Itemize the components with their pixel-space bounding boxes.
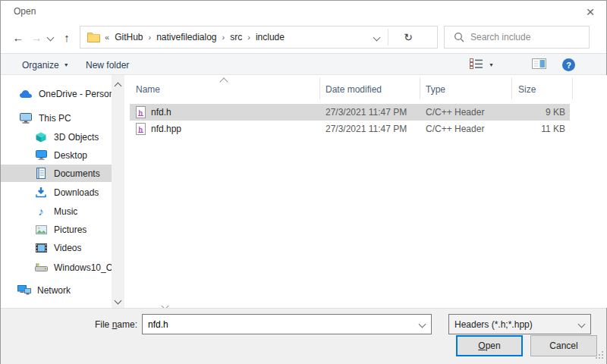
file-name: nfd.h <box>151 107 171 118</box>
breadcrumb-separator: › <box>148 33 151 42</box>
pictures-icon <box>34 225 48 234</box>
column-header-size[interactable]: Size <box>511 77 572 99</box>
preview-pane-button[interactable] <box>532 54 546 76</box>
sidebar-item-pictures[interactable]: Pictures <box>1 221 112 238</box>
sidebar-scrollbar[interactable] <box>112 75 124 308</box>
breadcrumb-segment[interactable]: GitHub <box>115 32 143 42</box>
help-icon: ? <box>562 58 575 71</box>
scroll-down-icon[interactable] <box>115 295 121 306</box>
forward-icon: → <box>31 31 42 44</box>
refresh-icon: ↻ <box>404 31 413 43</box>
column-separator[interactable] <box>511 77 512 99</box>
cancel-button[interactable]: Cancel <box>530 335 597 356</box>
search-box[interactable] <box>444 26 590 49</box>
file-type-value: Headers (*.h;*.hpp) <box>449 319 533 330</box>
sidebar-item-music[interactable]: ♪ Music <box>1 202 112 220</box>
breadcrumb-segment[interactable]: src <box>230 32 242 42</box>
3d-cube-icon <box>34 132 48 143</box>
file-name-input[interactable] <box>143 315 431 334</box>
music-note-icon: ♪ <box>34 205 48 218</box>
column-header-label: Name <box>136 84 160 95</box>
sidebar-item-documents[interactable]: Documents <box>1 165 112 182</box>
svg-text:h: h <box>138 126 143 133</box>
cpp-header-file-icon: h <box>136 123 146 137</box>
open-dialog-window: Open × ← → ↑ « GitHub › nativefiledialog… <box>0 0 607 364</box>
chevron-down-icon <box>46 33 54 41</box>
column-separator[interactable] <box>420 77 420 99</box>
views-button[interactable]: ▼ <box>470 54 494 76</box>
column-header-name[interactable]: Name <box>130 77 319 99</box>
organize-button[interactable]: Organize ▼ <box>22 54 69 76</box>
breadcrumb-overflow[interactable]: « <box>105 33 109 42</box>
navigation-pane: OneDrive - Personal This PC 3D Objects D… <box>1 75 112 308</box>
back-icon: ← <box>13 31 24 44</box>
file-date: 27/3/2021 11:47 PM <box>326 107 407 118</box>
address-dropdown-button[interactable] <box>366 27 387 48</box>
details-view-icon <box>470 58 483 71</box>
cancel-label: Cancel <box>549 340 577 351</box>
file-name-combobox[interactable] <box>142 314 432 334</box>
breadcrumb-segment[interactable]: include <box>256 32 285 42</box>
sidebar-item-windows10-os[interactable]: Windows10_OS (C:) <box>1 259 112 276</box>
file-type: C/C++ Header <box>426 124 484 134</box>
sidebar-item-3d-objects[interactable]: 3D Objects <box>1 128 112 146</box>
sidebar-item-videos[interactable]: Videos <box>1 239 112 256</box>
cpp-header-file-icon: h <box>136 106 146 121</box>
file-name-dropdown-button[interactable] <box>413 315 431 334</box>
sidebar-item-label: OneDrive - Personal <box>39 89 112 99</box>
help-button[interactable]: ? <box>562 54 575 76</box>
sidebar-item-label: Network <box>37 285 71 296</box>
file-type-dropdown[interactable]: Headers (*.h;*.hpp) <box>448 314 591 334</box>
column-header-date-modified[interactable]: Date modified <box>319 77 420 99</box>
up-button[interactable]: ↑ <box>58 28 75 46</box>
sidebar-item-label: Music <box>54 206 77 217</box>
back-button[interactable]: ← <box>10 28 27 46</box>
close-icon: × <box>586 4 594 20</box>
videos-icon <box>34 243 48 253</box>
sidebar-item-onedrive[interactable]: OneDrive - Personal <box>1 85 112 102</box>
sidebar-item-label: Pictures <box>54 224 86 235</box>
breadcrumb-segment[interactable]: nativefiledialog <box>156 32 216 42</box>
close-button[interactable]: × <box>580 2 600 22</box>
file-type-dropdown-button[interactable] <box>572 315 590 334</box>
svg-text:h: h <box>138 109 143 117</box>
footer-bar: File name: Headers (*.h;*.hpp) Open Canc… <box>1 308 606 364</box>
address-divider <box>388 29 388 46</box>
new-folder-label: New folder <box>86 60 129 71</box>
preview-pane-icon <box>532 58 546 71</box>
sidebar-item-desktop[interactable]: Desktop <box>1 146 112 164</box>
address-bar[interactable]: « GitHub › nativefiledialog › src › incl… <box>80 26 438 49</box>
breadcrumb-separator: › <box>222 33 225 42</box>
sidebar-item-label: This PC <box>39 113 71 124</box>
recent-locations-button[interactable] <box>45 28 55 46</box>
chevron-down-icon <box>418 321 426 328</box>
forward-button[interactable]: → <box>28 28 45 46</box>
refresh-button[interactable]: ↻ <box>393 27 423 48</box>
column-header-label: Type <box>426 84 445 95</box>
sidebar-item-label: Windows10_OS (C:) <box>54 262 112 273</box>
downloads-icon <box>34 187 48 198</box>
sidebar-item-downloads[interactable]: Downloads <box>1 184 112 201</box>
column-separator[interactable] <box>572 77 573 99</box>
organize-label: Organize <box>22 60 59 71</box>
file-row-nfd-hpp[interactable]: h nfd.hpp 27/3/2021 11:47 PM C/C++ Heade… <box>130 121 570 137</box>
search-input[interactable] <box>469 31 578 43</box>
file-size: 11 KB <box>509 124 565 134</box>
title-bar[interactable]: Open × <box>1 1 606 24</box>
sidebar-item-label: Desktop <box>54 150 87 161</box>
new-folder-button[interactable]: New folder <box>86 54 129 76</box>
column-header-type[interactable]: Type <box>420 77 511 99</box>
column-separator[interactable] <box>319 77 320 99</box>
file-type: C/C++ Header <box>426 107 484 118</box>
sidebar-item-this-pc[interactable]: This PC <box>1 109 112 127</box>
scroll-up-icon[interactable] <box>115 80 121 91</box>
open-button[interactable]: Open <box>456 335 523 356</box>
file-row-nfd-h[interactable]: h nfd.h 27/3/2021 11:47 PM C/C++ Header … <box>130 104 570 121</box>
window-title: Open <box>14 6 36 17</box>
chevron-down-icon <box>577 321 585 328</box>
sidebar-item-label: Documents <box>54 168 100 179</box>
resize-grip-icon[interactable] <box>595 350 604 362</box>
file-size: 9 KB <box>509 107 565 118</box>
sidebar-item-network[interactable]: Network <box>1 281 112 299</box>
onedrive-cloud-icon <box>19 89 33 99</box>
